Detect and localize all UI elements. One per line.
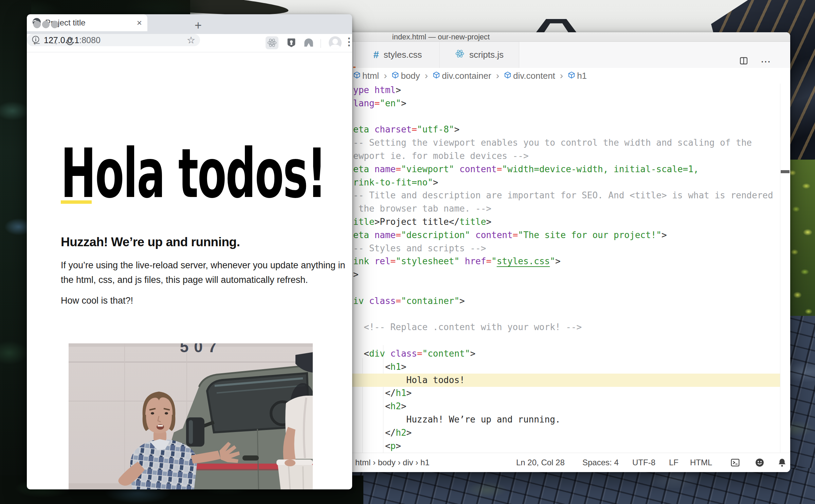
- browser-menu-kebab-icon[interactable]: ⋮: [344, 36, 354, 48]
- code-line[interactable]: -- Styles and scripts -->: [353, 242, 486, 255]
- toolbar-divider: [321, 39, 321, 48]
- code-line[interactable]: rink-to-fit=no">: [353, 176, 438, 189]
- code-line[interactable]: <div class="content">: [353, 347, 475, 360]
- zoom-window-button[interactable]: [51, 21, 58, 28]
- arch-mountain-extension-icon[interactable]: [302, 36, 315, 49]
- code-line[interactable]: <!-- Replace .content with your work! --…: [353, 321, 582, 334]
- tab-label: scripts.js: [469, 50, 504, 60]
- code-line[interactable]: itle>Project title</title>: [353, 215, 491, 229]
- code-line[interactable]: lang="en">: [353, 97, 406, 110]
- terminal-icon[interactable]: [730, 457, 740, 468]
- code-line[interactable]: iv class="container">: [353, 294, 465, 308]
- status-selector-path[interactable]: html › body › div › h1: [355, 453, 430, 472]
- close-window-button[interactable]: [33, 21, 41, 28]
- breadcrumb-item-div.container[interactable]: div.container: [433, 71, 491, 81]
- more-actions-icon[interactable]: ⋯: [761, 55, 772, 67]
- overview-ruler-cursor-mark: [781, 170, 790, 173]
- new-tab-button[interactable]: +: [195, 18, 202, 33]
- code-line[interactable]: <p>: [353, 439, 401, 453]
- chevron-right-icon: ›: [425, 70, 428, 81]
- breadcrumb-item-body[interactable]: body: [392, 71, 420, 81]
- vscode-window-title: index.html — our-new-project: [392, 33, 490, 41]
- code-line[interactable]: the browser tab name. -->: [353, 202, 491, 215]
- status-indentation[interactable]: Spaces: 4: [582, 453, 619, 472]
- code-line[interactable]: -- Title and description are important f…: [353, 189, 773, 202]
- bookmark-star-icon[interactable]: ☆: [187, 35, 195, 46]
- code-line[interactable]: ink rel="stylesheet" href="styles.css">: [353, 255, 561, 268]
- symbol-cube-icon: [504, 71, 511, 81]
- react-devtools-extension-icon[interactable]: [266, 36, 278, 49]
- code-line[interactable]: ewport ie. for mobile devices -->: [353, 149, 529, 163]
- page-paragraph: How cool is that?!: [61, 295, 133, 306]
- status-language-mode[interactable]: HTML: [690, 453, 712, 472]
- hero-image: 507: [69, 343, 313, 489]
- status-encoding[interactable]: UTF-8: [632, 453, 655, 472]
- code-line[interactable]: eta charset="utf-8">: [353, 123, 459, 136]
- code-line[interactable]: -- Setting the viewport enables you to c…: [353, 136, 752, 149]
- breadcrumb-item-h1[interactable]: h1: [568, 71, 587, 81]
- code-line[interactable]: >: [353, 268, 359, 281]
- code-line[interactable]: eta name="description" content="The site…: [353, 229, 667, 242]
- minimize-window-button[interactable]: [42, 21, 50, 28]
- code-line[interactable]: ype html>: [353, 84, 401, 97]
- close-tab-icon[interactable]: ×: [137, 18, 142, 28]
- editor-scrollbar[interactable]: [780, 84, 780, 453]
- breadcrumb-item-div.content[interactable]: div.content: [504, 71, 555, 81]
- chevron-right-icon: ›: [384, 70, 387, 81]
- status-eol[interactable]: LF: [669, 453, 678, 472]
- css-hash-icon: #: [374, 49, 379, 60]
- code-line[interactable]: Hola todos!: [353, 374, 465, 387]
- code-line[interactable]: </h2>: [353, 426, 412, 439]
- code-line[interactable]: <h2>: [353, 400, 406, 413]
- browser-toolbar: ← → 127.0.0.1:8080 ☆: [27, 34, 352, 52]
- code-line[interactable]: </h1>: [353, 386, 412, 400]
- browser-window: Project title × + ← → 127.0.0.1:8080 ☆: [27, 14, 352, 489]
- js-atom-icon: [455, 49, 465, 61]
- profile-avatar[interactable]: [329, 36, 342, 49]
- page-heading: Hola todos!: [61, 138, 326, 209]
- symbol-cube-icon: [392, 71, 399, 81]
- symbol-cube-icon: [568, 71, 575, 81]
- shield-keyhole-extension-icon[interactable]: [285, 36, 298, 49]
- tab-scripts-js[interactable]: scripts.js: [439, 42, 519, 68]
- symbol-cube-icon: [433, 71, 440, 81]
- code-line[interactable]: <h1>: [353, 360, 406, 374]
- chevron-right-icon: ›: [560, 70, 563, 81]
- back-icon[interactable]: ←: [32, 36, 42, 48]
- reload-icon[interactable]: [65, 37, 75, 49]
- wallpaper-stone-wall-bottom: [346, 468, 815, 504]
- breadcrumb-item-html[interactable]: html: [353, 71, 379, 81]
- tab-label: styles.css: [384, 50, 422, 60]
- split-editor-icon[interactable]: [739, 56, 748, 67]
- yellow-rule: [61, 200, 92, 204]
- feedback-smiley-icon[interactable]: [755, 457, 765, 468]
- desktop: index.html — our-new-project # styles.cs…: [0, 0, 815, 504]
- browser-tab-strip: Project title × +: [27, 14, 352, 34]
- symbol-cube-icon: [353, 71, 361, 81]
- url-text[interactable]: 127.0.0.1:8080: [44, 35, 183, 45]
- status-cursor-position[interactable]: Ln 20, Col 28: [516, 453, 565, 472]
- web-page: Hola todos! Huzzah! We’re up and running…: [27, 52, 352, 489]
- forward-icon[interactable]: →: [49, 36, 59, 48]
- breadcrumb-row: html›body›div.container›div.content›h1: [353, 68, 587, 84]
- chevron-right-icon: ›: [496, 70, 499, 81]
- code-line[interactable]: eta name="viewport" content="width=devic…: [353, 163, 699, 176]
- code-line[interactable]: Huzzah! We’re up and running.: [353, 413, 560, 426]
- page-subheading: Huzzah! We’re up and running.: [61, 235, 240, 249]
- tab-title: Project title: [45, 18, 133, 28]
- tab-styles-css[interactable]: # styles.css: [355, 42, 440, 68]
- page-paragraph: If you’re using the live-reload server, …: [61, 258, 349, 287]
- notifications-bell-icon[interactable]: [777, 457, 787, 468]
